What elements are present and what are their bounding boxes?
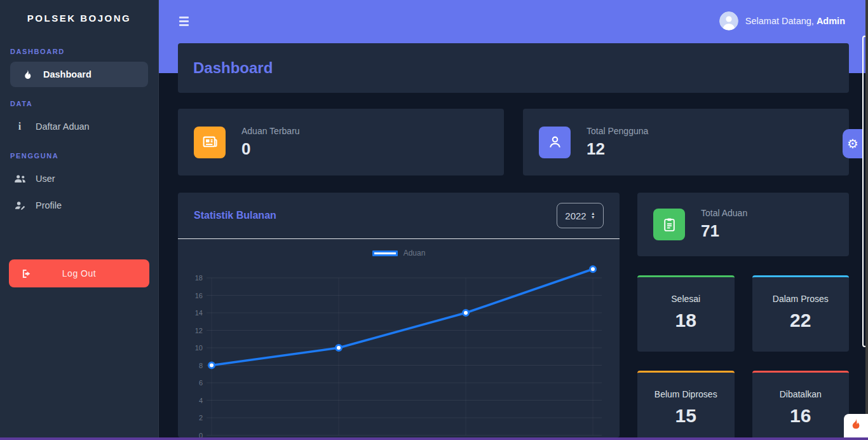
username: Admin xyxy=(817,16,845,26)
line-chart: 181614121086420 xyxy=(194,262,604,437)
sidebar-item-user[interactable]: User xyxy=(0,166,158,191)
stats-row: Aduan Terbaru 0 Total Pengguna 12 xyxy=(178,109,849,175)
stat-value: 12 xyxy=(587,139,648,159)
legend-swatch-aduan xyxy=(372,251,398,256)
monthly-statistics-card: Statistik Bulanan 2022 ▲▼ Aduan 18161412… xyxy=(178,193,620,437)
brand-title: POLSEK BOJONG xyxy=(0,0,158,35)
status-value: 16 xyxy=(752,405,850,427)
settings-button[interactable]: ⚙ xyxy=(843,129,863,158)
status-card-belum-diproses: Belum Diproses 15 xyxy=(637,371,735,440)
status-label: Dibatalkan xyxy=(752,389,850,399)
sidebar-item-dashboard[interactable]: Dashboard xyxy=(10,62,148,87)
logout-button[interactable]: Log Out xyxy=(9,259,149,287)
year-select[interactable]: 2022 ▲▼ xyxy=(557,203,604,228)
stat-card-total-pengguna: Total Pengguna 12 xyxy=(523,109,849,175)
svg-text:6: 6 xyxy=(199,379,203,387)
chart-body: Aduan 181614121086420 xyxy=(178,239,620,437)
status-label: Belum Diproses xyxy=(637,389,735,399)
status-card-dibatalkan: Dibatalkan 16 xyxy=(752,371,850,440)
sidebar: POLSEK BOJONG DASHBOARD Dashboard DATA i… xyxy=(0,0,159,440)
select-arrows-icon: ▲▼ xyxy=(591,212,595,219)
summary-column: Total Aduan 71 Selesai 18 Dalam Proses 2… xyxy=(637,193,849,440)
total-aduan-card: Total Aduan 71 xyxy=(637,193,849,256)
clipboard-icon xyxy=(653,209,685,240)
content-row: Statistik Bulanan 2022 ▲▼ Aduan 18161412… xyxy=(178,193,849,440)
debug-toolbar-bar xyxy=(0,437,868,440)
svg-text:2: 2 xyxy=(199,414,203,422)
status-grid: Selesai 18 Dalam Proses 22 Belum Diprose… xyxy=(637,275,849,440)
content: Dashboard Aduan Terbaru 0 xyxy=(159,43,868,440)
svg-text:10: 10 xyxy=(195,344,203,352)
stat-label: Total Pengguna xyxy=(587,126,648,136)
page-title-card: Dashboard xyxy=(178,43,849,93)
status-value: 15 xyxy=(637,405,735,427)
year-select-value: 2022 xyxy=(565,210,586,221)
users-icon xyxy=(13,174,27,183)
person-avatar-icon xyxy=(719,11,738,31)
window-edge xyxy=(865,0,868,440)
user-edit-icon xyxy=(13,201,27,210)
sidebar-section-pengguna: PENGGUNA xyxy=(10,152,148,160)
stat-label: Total Aduan xyxy=(701,208,747,218)
svg-text:16: 16 xyxy=(195,292,203,299)
svg-text:14: 14 xyxy=(195,309,203,317)
sidebar-item-label: Profile xyxy=(36,200,62,210)
user-menu[interactable]: Selamat Datang, Admin xyxy=(719,11,845,31)
svg-text:0: 0 xyxy=(199,432,203,438)
hamburger-icon[interactable] xyxy=(179,17,189,28)
codeigniter-flame-icon xyxy=(849,418,863,434)
main-area: Selamat Datang, Admin Dashboard Aduan Te xyxy=(159,0,868,440)
gear-icon: ⚙ xyxy=(847,136,858,151)
stat-value: 71 xyxy=(701,221,747,241)
logout-label: Log Out xyxy=(31,268,127,278)
stat-value: 0 xyxy=(241,139,300,159)
stat-label: Aduan Terbaru xyxy=(241,126,300,136)
debug-toolbar-button[interactable] xyxy=(844,414,868,437)
sidebar-section-data: DATA xyxy=(10,100,148,107)
svg-text:4: 4 xyxy=(199,397,203,404)
sidebar-item-label: Daftar Aduan xyxy=(36,121,90,132)
welcome-text: Selamat Datang, Admin xyxy=(745,16,845,26)
fire-icon xyxy=(20,70,34,79)
sign-out-icon xyxy=(22,269,31,278)
legend-label: Aduan xyxy=(403,249,426,258)
status-label: Dalam Proses xyxy=(752,294,850,304)
page-title: Dashboard xyxy=(193,59,273,77)
sidebar-item-label: Dashboard xyxy=(43,69,92,79)
sidebar-item-profile[interactable]: Profile xyxy=(0,193,158,218)
status-card-dalam-proses: Dalam Proses 22 xyxy=(752,275,850,352)
newspaper-icon xyxy=(194,127,226,158)
sidebar-section-dashboard: DASHBOARD xyxy=(10,48,148,55)
stat-card-aduan-terbaru: Aduan Terbaru 0 xyxy=(178,109,504,175)
chart-title: Statistik Bulanan xyxy=(194,210,276,221)
svg-text:12: 12 xyxy=(195,327,203,334)
status-label: Selesai xyxy=(637,294,735,304)
chart-legend: Aduan xyxy=(194,248,604,258)
chart-header: Statistik Bulanan 2022 ▲▼ xyxy=(178,193,620,239)
svg-text:18: 18 xyxy=(195,274,203,282)
info-icon: i xyxy=(13,121,27,132)
sidebar-item-daftar-aduan[interactable]: i Daftar Aduan xyxy=(0,114,158,139)
user-icon xyxy=(539,127,571,158)
sidebar-item-label: User xyxy=(36,174,55,184)
status-card-selesai: Selesai 18 xyxy=(637,275,735,352)
svg-text:8: 8 xyxy=(199,362,203,369)
status-value: 22 xyxy=(752,310,850,331)
status-value: 18 xyxy=(637,310,735,331)
